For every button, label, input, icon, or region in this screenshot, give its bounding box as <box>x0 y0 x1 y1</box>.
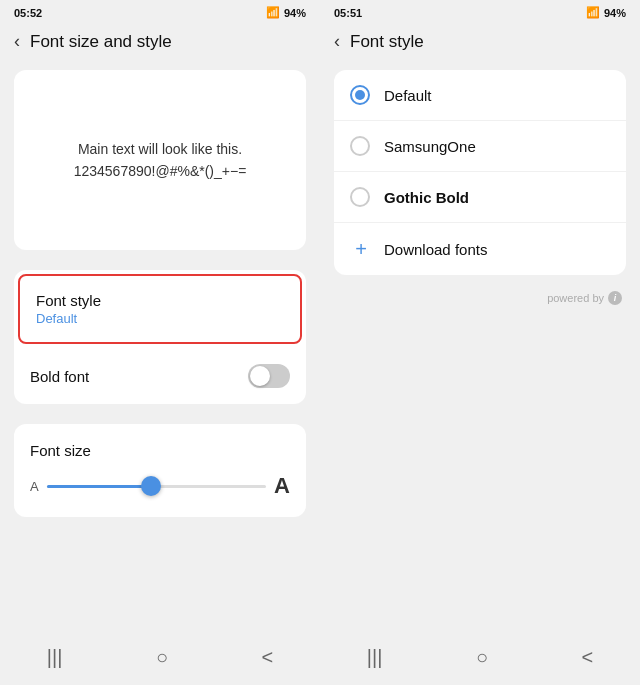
font-option-default-label: Default <box>384 87 432 104</box>
slider-row: A A <box>30 473 290 499</box>
left-home-nav[interactable]: ○ <box>156 646 168 669</box>
left-status-icons: 📶 94% <box>266 6 306 19</box>
font-style-value: Default <box>36 311 284 326</box>
slider-fill <box>47 485 146 488</box>
download-fonts-item[interactable]: + Download fonts <box>334 223 626 275</box>
left-time: 05:52 <box>14 7 42 19</box>
font-option-samsungone[interactable]: SamsungOne <box>334 121 626 172</box>
left-menu-nav[interactable]: ||| <box>47 646 63 669</box>
left-back-icon[interactable]: ‹ <box>14 31 20 52</box>
radio-gothicbold[interactable] <box>350 187 370 207</box>
slider-large-a: A <box>274 473 290 499</box>
radio-default-fill <box>355 90 365 100</box>
radio-samsungone[interactable] <box>350 136 370 156</box>
preview-card: Main text will look like this. 123456789… <box>14 70 306 250</box>
right-back-icon[interactable]: ‹ <box>334 31 340 52</box>
right-page-title: Font style <box>350 32 424 52</box>
radio-default[interactable] <box>350 85 370 105</box>
font-size-card: Font size A A <box>14 424 306 517</box>
font-option-samsungone-label: SamsungOne <box>384 138 476 155</box>
powered-by-text: powered by <box>547 292 604 304</box>
right-battery: 94% <box>604 7 626 19</box>
font-style-card: Default SamsungOne Gothic Bold + Downloa… <box>334 70 626 275</box>
left-page-title: Font size and style <box>30 32 172 52</box>
right-signal-icon: 📶 <box>586 6 600 19</box>
plus-icon: + <box>350 238 372 260</box>
right-back-nav[interactable]: < <box>582 646 594 669</box>
font-size-slider[interactable] <box>47 485 266 488</box>
slider-small-a: A <box>30 479 39 494</box>
powered-by-icon: i <box>608 291 622 305</box>
right-bottom-nav: ||| ○ < <box>320 634 640 685</box>
right-time: 05:51 <box>334 7 362 19</box>
left-back-nav[interactable]: < <box>262 646 274 669</box>
font-size-label: Font size <box>30 442 290 459</box>
right-top-bar: ‹ Font style <box>320 23 640 60</box>
preview-text: Main text will look like this. 123456789… <box>74 138 247 183</box>
right-panel: 05:51 📶 94% ‹ Font style Default Samsung… <box>320 0 640 685</box>
left-status-bar: 05:52 📶 94% <box>0 0 320 23</box>
right-status-bar: 05:51 📶 94% <box>320 0 640 23</box>
bold-font-toggle[interactable] <box>248 364 290 388</box>
font-option-default[interactable]: Default <box>334 70 626 121</box>
powered-by-row: powered by i <box>320 285 640 311</box>
font-style-label: Font style <box>36 292 284 309</box>
font-option-gothicbold-label: Gothic Bold <box>384 189 469 206</box>
bold-font-item[interactable]: Bold font <box>14 348 306 404</box>
preview-line1: Main text will look like this. <box>74 138 247 160</box>
download-fonts-label: Download fonts <box>384 241 487 258</box>
font-style-list: Font style Default Bold font <box>14 270 306 404</box>
right-status-icons: 📶 94% <box>586 6 626 19</box>
bold-font-label: Bold font <box>30 368 89 385</box>
font-option-gothicbold[interactable]: Gothic Bold <box>334 172 626 223</box>
left-signal-icon: 📶 <box>266 6 280 19</box>
left-panel: 05:52 📶 94% ‹ Font size and style Main t… <box>0 0 320 685</box>
slider-thumb[interactable] <box>141 476 161 496</box>
left-battery: 94% <box>284 7 306 19</box>
font-style-item[interactable]: Font style Default <box>18 274 302 344</box>
right-menu-nav[interactable]: ||| <box>367 646 383 669</box>
preview-line2: 1234567890!@#%&*()_+−= <box>74 160 247 182</box>
right-home-nav[interactable]: ○ <box>476 646 488 669</box>
left-top-bar: ‹ Font size and style <box>0 23 320 60</box>
left-bottom-nav: ||| ○ < <box>0 634 320 685</box>
